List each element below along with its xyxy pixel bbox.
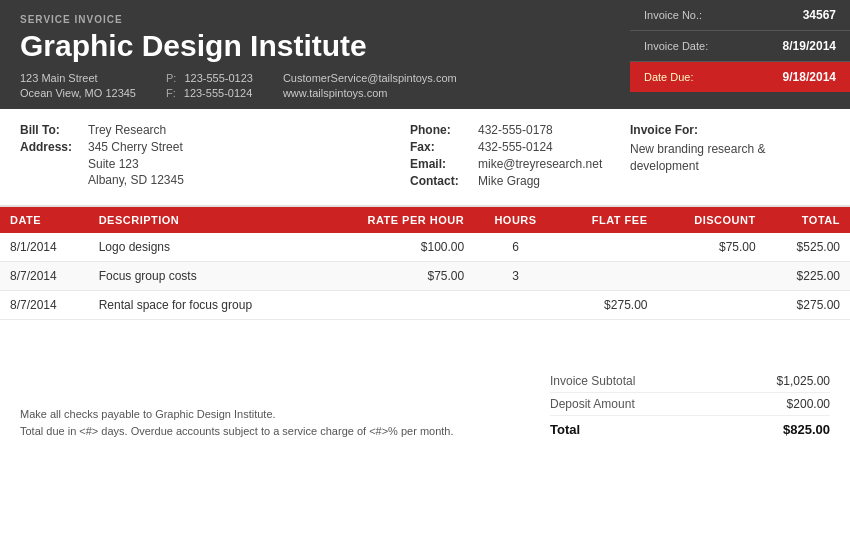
col-total: TOTAL: [766, 207, 850, 233]
contact-val: Mike Gragg: [478, 174, 540, 188]
header-right: Invoice No.: 34567 Invoice Date: 8/19/20…: [630, 0, 850, 109]
company-contact: 123 Main Street Ocean View, MO 12345 P: …: [20, 72, 610, 99]
cell-total: $275.00: [766, 291, 850, 320]
total-value: $825.00: [783, 422, 830, 437]
service-invoice-label: SERVICE INVOICE: [20, 14, 610, 25]
cell-discount: [658, 262, 766, 291]
email-col: CustomerService@tailspintoys.com www.tai…: [283, 72, 457, 99]
address-line1: 345 Cherry Street: [88, 140, 183, 154]
cell-rate: $75.00: [319, 262, 474, 291]
cell-date: 8/1/2014: [0, 233, 89, 262]
address-line3: Albany, SD 12345: [88, 173, 410, 187]
cell-description: Focus group costs: [89, 262, 319, 291]
address-row: Address: 345 Cherry Street: [20, 140, 410, 154]
invoice-number-label: Invoice No.:: [644, 9, 702, 21]
invoice-due-label: Date Due:: [644, 71, 694, 83]
table-row: 8/7/2014 Rental space for focus group $2…: [0, 291, 850, 320]
fax-label: F:: [166, 87, 176, 99]
invoice-number-value: 34567: [803, 8, 836, 22]
phone-val: 432-555-0178: [478, 123, 553, 137]
phone-key: Phone:: [410, 123, 470, 137]
cell-date: 8/7/2014: [0, 291, 89, 320]
cell-total: $525.00: [766, 233, 850, 262]
bill-to-col: Bill To: Trey Research Address: 345 Cher…: [20, 123, 410, 191]
total-label: Total: [550, 422, 580, 437]
email-key: Email:: [410, 157, 470, 171]
email-row: Email: mike@treyresearch.net: [410, 157, 630, 171]
email-val: mike@treyresearch.net: [478, 157, 602, 171]
col-date: DATE: [0, 207, 89, 233]
total-row: Total $825.00: [550, 418, 830, 441]
invoice-for-col: Invoice For: New branding research & dev…: [630, 123, 830, 191]
fax-row: Fax: 432-555-0124: [410, 140, 630, 154]
invoice-date-label: Invoice Date:: [644, 40, 708, 52]
fax-val: 432-555-0124: [478, 140, 553, 154]
address-line2: Ocean View, MO 12345: [20, 87, 136, 99]
contact-col: Phone: 432-555-0178 Fax: 432-555-0124 Em…: [410, 123, 630, 191]
invoice-due-value: 9/18/2014: [783, 70, 836, 84]
header-left: SERVICE INVOICE Graphic Design Institute…: [0, 0, 630, 109]
col-description: DESCRIPTION: [89, 207, 319, 233]
address-line2: Suite 123: [88, 157, 410, 171]
deposit-row: Deposit Amount $200.00: [550, 393, 830, 416]
table-header-row: DATE DESCRIPTION RATE PER HOUR HOURS FLA…: [0, 207, 850, 233]
bill-to-label: Bill To:: [20, 123, 80, 137]
col-discount: DISCOUNT: [658, 207, 766, 233]
header-section: SERVICE INVOICE Graphic Design Institute…: [0, 0, 850, 109]
phone-value: 123-555-0123: [184, 72, 253, 84]
invoice-table: DATE DESCRIPTION RATE PER HOUR HOURS FLA…: [0, 207, 850, 320]
note2: Total due in <#> days. Overdue accounts …: [20, 423, 550, 441]
email-value: CustomerService@tailspintoys.com: [283, 72, 457, 84]
subtotal-row: Invoice Subtotal $1,025.00: [550, 370, 830, 393]
cell-description: Rental space for focus group: [89, 291, 319, 320]
phone-col: P: 123-555-0123 F: 123-555-0124: [166, 72, 253, 99]
phone-row: Phone: 432-555-0178: [410, 123, 630, 137]
fax-key: Fax:: [410, 140, 470, 154]
contact-key: Contact:: [410, 174, 470, 188]
invoice-for-text: New branding research & development: [630, 141, 830, 175]
company-name: Graphic Design Institute: [20, 29, 610, 62]
website-value: www.tailspintoys.com: [283, 87, 457, 99]
subtotal-label: Invoice Subtotal: [550, 374, 635, 388]
cell-flat-fee: [557, 233, 658, 262]
deposit-value: $200.00: [787, 397, 830, 411]
table-section: DATE DESCRIPTION RATE PER HOUR HOURS FLA…: [0, 207, 850, 320]
cell-rate: $100.00: [319, 233, 474, 262]
address-col: 123 Main Street Ocean View, MO 12345: [20, 72, 136, 99]
cell-flat-fee: $275.00: [557, 291, 658, 320]
address-line1: 123 Main Street: [20, 72, 136, 84]
invoice-date-value: 8/19/2014: [783, 39, 836, 53]
subtotal-value: $1,025.00: [777, 374, 830, 388]
table-row: 8/1/2014 Logo designs $100.00 6 $75.00 $…: [0, 233, 850, 262]
col-flat-fee: FLAT FEE: [557, 207, 658, 233]
cell-hours: [474, 291, 557, 320]
contact-row: Contact: Mike Gragg: [410, 174, 630, 188]
invoice-number-row: Invoice No.: 34567: [630, 0, 850, 31]
cell-hours: 6: [474, 233, 557, 262]
table-row: 8/7/2014 Focus group costs $75.00 3 $225…: [0, 262, 850, 291]
cell-discount: $75.00: [658, 233, 766, 262]
invoice-for-label: Invoice For:: [630, 123, 830, 137]
bill-section: Bill To: Trey Research Address: 345 Cher…: [0, 109, 850, 207]
phone-pair: P: 123-555-0123: [166, 72, 253, 84]
fax-pair: F: 123-555-0124: [166, 87, 253, 99]
cell-rate: [319, 291, 474, 320]
cell-flat-fee: [557, 262, 658, 291]
deposit-label: Deposit Amount: [550, 397, 635, 411]
bill-to-value: Trey Research: [88, 123, 166, 137]
footer-section: Make all checks payable to Graphic Desig…: [0, 350, 850, 451]
address-label: Address:: [20, 140, 80, 154]
bill-to-row: Bill To: Trey Research: [20, 123, 410, 137]
cell-date: 8/7/2014: [0, 262, 89, 291]
cell-discount: [658, 291, 766, 320]
fax-value: 123-555-0124: [184, 87, 253, 99]
footer-notes: Make all checks payable to Graphic Desig…: [20, 406, 550, 441]
note1: Make all checks payable to Graphic Desig…: [20, 406, 550, 424]
cell-hours: 3: [474, 262, 557, 291]
footer-totals: Invoice Subtotal $1,025.00 Deposit Amoun…: [550, 370, 830, 441]
cell-total: $225.00: [766, 262, 850, 291]
col-rate: RATE PER HOUR: [319, 207, 474, 233]
col-hours: HOURS: [474, 207, 557, 233]
cell-description: Logo designs: [89, 233, 319, 262]
invoice-due-row: Date Due: 9/18/2014: [630, 62, 850, 92]
